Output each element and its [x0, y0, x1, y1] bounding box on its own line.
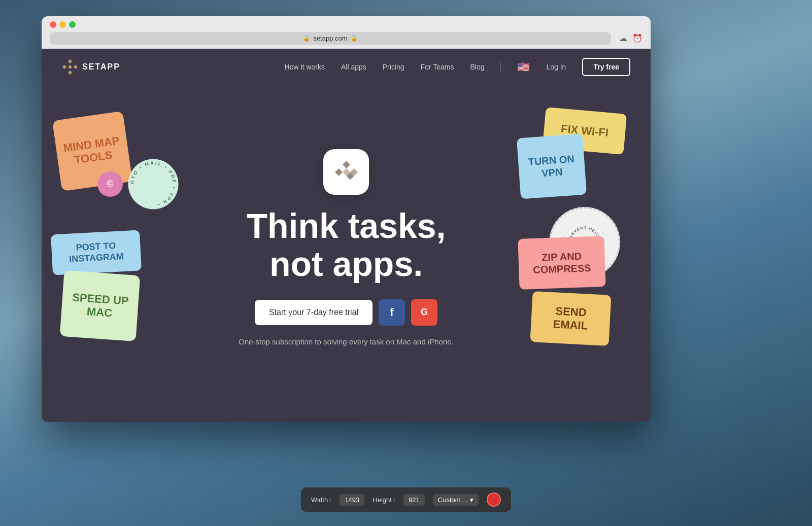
sticker-zip-compress: ZIP AND COMPRESS: [518, 236, 605, 290]
size-dropdown[interactable]: Custom ... ▾: [433, 494, 479, 506]
sticker-mind-map-text: MIND MAP TOOLS: [60, 134, 124, 169]
copyright-symbol: ©: [107, 179, 113, 190]
sticker-speed-up-mac: SPEED UP MAC: [60, 270, 141, 341]
login-link[interactable]: Log In: [546, 63, 566, 71]
browser-toolbar: 🔒 setapp.com 🔒 ☁ ⏰: [50, 32, 642, 49]
dropdown-label: Custom ...: [438, 496, 468, 504]
logo-icon: [62, 59, 78, 75]
browser-titlebar: [50, 21, 642, 28]
width-label: Width :: [311, 496, 331, 504]
app-icon-svg: [332, 158, 360, 186]
trial-button[interactable]: Start your 7-day free trial: [255, 300, 373, 325]
nav-blog[interactable]: Blog: [470, 63, 484, 71]
sticker-zip-text: ZIP AND COMPRESS: [523, 249, 600, 276]
hero-title-line1: Think tasks,: [246, 206, 446, 245]
google-button[interactable]: G: [411, 299, 437, 326]
try-free-button[interactable]: Try free: [582, 58, 630, 76]
navigation: SETAPP How it works All apps Pricing For…: [42, 49, 651, 85]
nav-links: How it works All apps Pricing For Teams …: [285, 58, 630, 76]
hero-title-line2: not apps.: [269, 244, 423, 283]
browser-window: 🔒 setapp.com 🔒 ☁ ⏰: [42, 16, 651, 422]
sticker-turn-on-vpn-text: TURN ON VPN: [523, 152, 580, 181]
record-button[interactable]: [487, 493, 501, 507]
minimize-button[interactable]: [59, 21, 66, 28]
sticker-copyright: ©: [97, 171, 123, 197]
setapp-app-icon: [323, 149, 369, 195]
nav-for-teams[interactable]: For Teams: [421, 63, 454, 71]
maximize-button[interactable]: [69, 21, 76, 28]
logo-text: SETAPP: [82, 62, 120, 72]
flag-icon[interactable]: 🇺🇸: [517, 61, 530, 73]
sticker-gtd-circle: GTD • MAIL • PDF • VPN •: [123, 156, 184, 217]
width-value[interactable]: 1493: [340, 494, 364, 506]
height-label: Height :: [373, 496, 395, 504]
nav-how-it-works[interactable]: How it works: [285, 63, 325, 71]
hero-subtitle: One-stop subscription to solving every t…: [239, 336, 454, 348]
nav-divider: [500, 62, 501, 72]
lock-icon: 🔒: [303, 35, 310, 42]
sticker-turn-on-vpn: TURN ON VPN: [517, 134, 587, 199]
height-value[interactable]: 921: [403, 494, 425, 506]
sticker-post-instagram-text: POST TO INSTAGRAM: [56, 239, 136, 265]
browser-actions: ☁ ⏰: [619, 33, 642, 43]
security-indicator: 🔒: [351, 35, 358, 42]
sticker-speed-up-text: SPEED UP MAC: [66, 290, 133, 322]
browser-chrome: 🔒 setapp.com 🔒 ☁ ⏰: [42, 16, 651, 49]
icloud-icon: ☁: [619, 33, 627, 43]
address-bar[interactable]: 🔒 setapp.com 🔒: [50, 32, 611, 45]
website-content: SETAPP How it works All apps Pricing For…: [42, 49, 651, 422]
hero-cta-row: Start your 7-day free trial f G: [255, 299, 437, 326]
window-buttons: [50, 21, 76, 28]
hero-section: MIND MAP TOOLS © GTD • MAIL • PDF • VPN …: [42, 85, 651, 422]
sticker-post-to-instagram: POST TO INSTAGRAM: [51, 230, 142, 275]
nav-pricing[interactable]: Pricing: [383, 63, 404, 71]
url-text: setapp.com: [313, 34, 347, 42]
hero-title: Think tasks, not apps.: [246, 207, 446, 283]
sticker-send-email-text: SEND EMAIL: [536, 303, 606, 334]
dropdown-chevron-icon: ▾: [470, 496, 473, 504]
circle-text-svg: GTD • MAIL • PDF • VPN •: [125, 156, 181, 212]
facebook-button[interactable]: f: [379, 299, 405, 326]
svg-point-6: [128, 159, 179, 209]
close-button[interactable]: [50, 21, 56, 28]
nav-all-apps[interactable]: All apps: [341, 63, 366, 71]
recording-bar: Width : 1493 Height : 921 Custom ... ▾: [301, 487, 511, 512]
share-icon: ⏰: [632, 33, 642, 43]
logo[interactable]: SETAPP: [62, 59, 120, 75]
sticker-send-email: SEND EMAIL: [530, 291, 611, 346]
